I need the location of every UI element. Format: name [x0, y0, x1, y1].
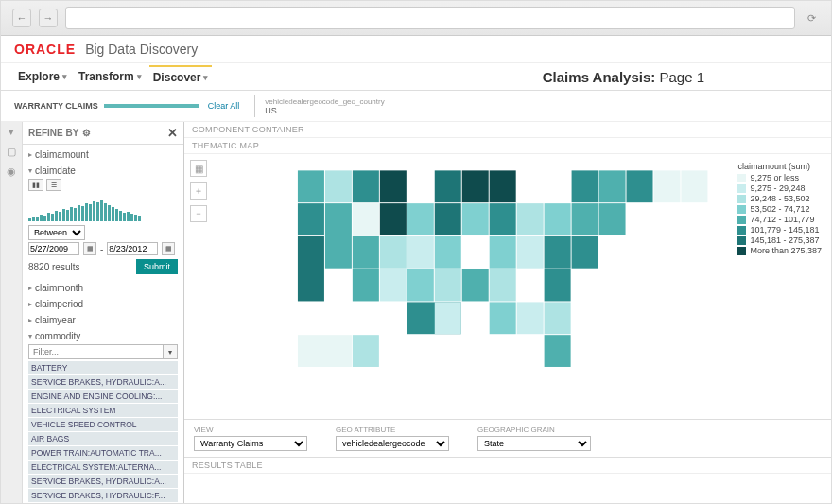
facet-claimamount[interactable]: ▸claimamount — [28, 148, 178, 161]
refresh-icon[interactable]: ⟳ — [803, 9, 820, 26]
state-PA[interactable] — [545, 203, 571, 235]
state-WV[interactable] — [517, 236, 544, 269]
list-mode-icon[interactable]: ☰ — [46, 179, 61, 191]
state-NV[interactable] — [325, 203, 352, 269]
state-ND[interactable] — [380, 170, 407, 202]
commodity-item[interactable]: ELECTRICAL SYSTEM:ALTERNA... — [28, 461, 178, 474]
legend-row: 74,712 - 101,779 — [737, 215, 822, 225]
close-icon[interactable]: ✕ — [167, 126, 178, 140]
state-TN[interactable] — [490, 269, 516, 302]
state-OR[interactable] — [298, 203, 324, 235]
commodity-item[interactable]: ELECTRICAL SYSTEM — [28, 404, 178, 417]
state-ID[interactable] — [325, 170, 352, 202]
tab-transform[interactable]: Transform▾ — [75, 66, 146, 87]
state-OH[interactable] — [517, 203, 544, 235]
state-VA[interactable] — [545, 236, 571, 269]
tab-discover[interactable]: Discover▾ — [149, 65, 213, 88]
state-MS[interactable] — [462, 269, 489, 302]
grain-select[interactable]: State — [477, 436, 591, 451]
commodity-item[interactable]: SERVICE BRAKES, HYDRAULIC:A... — [28, 375, 178, 389]
filter-icon[interactable]: ▾ — [9, 126, 14, 138]
state-NM[interactable] — [380, 269, 407, 302]
state-LA[interactable] — [435, 302, 461, 334]
calendar-icon[interactable]: ▦ — [83, 242, 96, 255]
geo-attr-select[interactable]: vehicledealergeocode — [336, 436, 449, 451]
date-operator-select[interactable]: Between — [28, 225, 85, 240]
state-KS[interactable] — [407, 236, 434, 269]
state-IL[interactable] — [462, 203, 489, 235]
state-SD[interactable] — [380, 203, 407, 235]
facet-commodity[interactable]: ▾commodity — [28, 330, 178, 342]
state-CA[interactable] — [298, 236, 324, 302]
state-WY[interactable] — [353, 203, 379, 235]
commodity-item[interactable]: POWER TRAIN:AUTOMATIC TRA... — [28, 446, 178, 460]
state-VT[interactable] — [627, 170, 653, 202]
commodity-item[interactable]: VEHICLE SPEED CONTROL — [28, 418, 178, 431]
state-AK[interactable] — [298, 335, 352, 367]
commodity-filter-input[interactable] — [28, 344, 164, 359]
map-tools: ▦ ＋ － — [190, 160, 207, 222]
back-arrow-icon[interactable]: ← — [12, 9, 31, 27]
tab-explore[interactable]: Explore▾ — [14, 66, 71, 87]
commodity-item[interactable]: ENGINE AND ENGINE COOLING:... — [28, 390, 178, 403]
map-legend: claimamount (sum) 9,275 or less9,275 - 2… — [737, 162, 822, 256]
grain-label: GEOGRAPHIC GRAIN — [477, 426, 591, 434]
facet-claimmonth[interactable]: ▸claimmonth — [28, 282, 178, 294]
state-WA[interactable] — [298, 170, 324, 202]
date-to-input[interactable] — [107, 242, 158, 255]
bookmark-icon[interactable]: ▢ — [7, 146, 16, 158]
state-CT[interactable] — [599, 203, 626, 235]
commodity-item[interactable]: AIR BAGS — [28, 432, 178, 445]
state-IN[interactable] — [490, 203, 516, 235]
state-MD[interactable] — [572, 236, 598, 269]
commodity-item[interactable]: BATTERY — [28, 361, 178, 374]
state-UT[interactable] — [353, 236, 379, 269]
url-bar[interactable] — [65, 7, 795, 29]
state-KY[interactable] — [490, 236, 516, 269]
facet-claimdate[interactable]: ▾claimdate — [28, 165, 178, 177]
chevron-down-icon: ▾ — [137, 72, 142, 81]
state-NJ[interactable] — [572, 203, 598, 235]
state-NY[interactable] — [572, 170, 598, 202]
state-NH[interactable] — [653, 170, 680, 202]
state-WI[interactable] — [462, 170, 489, 202]
state-NE[interactable] — [407, 203, 434, 235]
clear-all-link[interactable]: Clear All — [208, 101, 240, 111]
chevron-down-icon[interactable]: ▾ — [164, 344, 178, 359]
view-select[interactable]: Warranty Claims — [194, 436, 307, 451]
state-GA[interactable] — [517, 302, 544, 334]
grid-icon[interactable]: ▦ — [190, 160, 207, 177]
state-NC[interactable] — [545, 269, 571, 302]
state-FL[interactable] — [545, 335, 571, 367]
state-MT[interactable] — [353, 170, 379, 202]
state-CO[interactable] — [380, 236, 407, 269]
state-MN[interactable] — [435, 170, 461, 202]
facet-claimperiod[interactable]: ▸claimperiod — [28, 298, 178, 310]
gear-icon[interactable]: ⚙ — [82, 128, 91, 138]
breadcrumb-filter[interactable]: vehicledealergeocode_geo_country US — [254, 95, 393, 117]
nav-tabs: Explore▾ Transform▾ Discover▾ Claims Ana… — [1, 63, 831, 91]
state-MI[interactable] — [490, 170, 516, 202]
camera-icon[interactable]: ◉ — [7, 165, 16, 178]
commodity-item[interactable]: SERVICE BRAKES, HYDRAULIC:A... — [28, 475, 178, 488]
submit-button[interactable]: Submit — [136, 259, 178, 274]
histogram-mode-icon[interactable]: ▮▮ — [28, 179, 43, 191]
state-SC[interactable] — [545, 302, 571, 334]
state-OK[interactable] — [407, 269, 434, 302]
commodity-item[interactable]: SERVICE BRAKES, HYDRAULIC:F... — [28, 489, 178, 502]
state-AR[interactable] — [435, 269, 461, 302]
state-MA[interactable] — [599, 170, 626, 202]
state-HI[interactable] — [353, 335, 379, 367]
state-IA[interactable] — [435, 203, 461, 235]
state-AZ[interactable] — [353, 269, 379, 302]
zoom-out-icon[interactable]: － — [190, 205, 207, 222]
state-MO[interactable] — [435, 236, 461, 269]
facet-claimyear[interactable]: ▸claimyear — [28, 314, 178, 326]
state-ME[interactable] — [681, 170, 707, 202]
state-AL[interactable] — [490, 302, 516, 334]
calendar-icon[interactable]: ▦ — [162, 242, 175, 255]
zoom-in-icon[interactable]: ＋ — [190, 182, 207, 200]
us-map[interactable] — [184, 154, 831, 419]
forward-arrow-icon[interactable]: → — [39, 9, 58, 27]
date-from-input[interactable] — [28, 242, 79, 255]
